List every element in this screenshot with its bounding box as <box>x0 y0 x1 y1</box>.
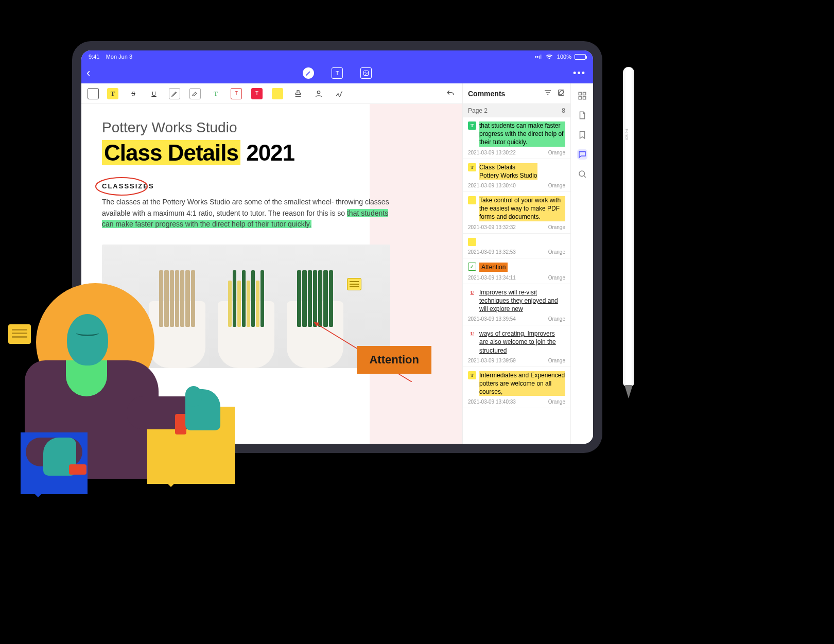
stylus-pencil: Pencil <box>623 67 634 386</box>
filter-icon[interactable] <box>544 89 552 98</box>
comment-item[interactable]: TIntermediates and Experienced potters a… <box>463 367 570 409</box>
compose-icon[interactable] <box>557 89 565 98</box>
comment-item[interactable]: TClass Details Pottery Works Studio2021-… <box>463 159 570 192</box>
svg-rect-7 <box>579 92 581 95</box>
comment-type-icon <box>468 196 476 204</box>
status-date: Mon Jun 3 <box>106 54 132 60</box>
text-tool-icon[interactable]: T <box>210 88 221 99</box>
sticky-note-annotation[interactable] <box>347 278 361 290</box>
comment-timestamp: 2021-03-09 13:40:33 <box>468 399 516 405</box>
bookmark-icon[interactable] <box>577 130 587 140</box>
comment-type-icon: U <box>468 288 476 297</box>
signature-tool-icon[interactable] <box>334 88 345 99</box>
comment-type-icon <box>468 238 476 246</box>
profile-tool-icon[interactable] <box>313 88 324 99</box>
svg-point-11 <box>579 171 585 177</box>
wifi-icon <box>545 51 554 62</box>
attention-callout[interactable]: Attention <box>357 346 431 374</box>
text-mode-icon[interactable]: T <box>332 67 343 79</box>
comment-author: Orange <box>548 150 565 155</box>
comment-type-icon: ✓ <box>468 263 476 271</box>
signal-icon: ••ıl <box>535 54 542 60</box>
comment-item[interactable]: Take control of your work with the easie… <box>463 192 570 234</box>
comment-text: Attention <box>479 263 508 272</box>
comments-rail-icon[interactable] <box>577 149 587 160</box>
comment-author: Orange <box>548 183 565 188</box>
doc-heading-year: 2021 <box>246 140 294 165</box>
undo-button[interactable] <box>445 88 456 99</box>
image-mode-icon[interactable] <box>360 67 372 79</box>
stylus-brand-label: Pencil <box>624 129 629 140</box>
comment-author: Orange <box>548 316 565 322</box>
doc-subtitle: Pottery Works Studio <box>102 119 390 136</box>
textbox-fill-tool-icon[interactable]: T <box>251 88 263 99</box>
svg-point-3 <box>317 91 320 93</box>
comment-timestamp: 2021-03-09 13:34:11 <box>468 275 516 281</box>
pencil-tool-icon[interactable] <box>169 88 180 99</box>
comment-author: Orange <box>548 399 565 405</box>
svg-rect-10 <box>583 97 585 99</box>
doc-heading-highlighted: Class Details <box>102 140 240 165</box>
battery-icon <box>575 54 586 60</box>
comment-item[interactable]: UImprovers will re-visit techniques they… <box>463 284 570 326</box>
comments-page-label: Page 2 <box>468 107 488 114</box>
comment-meta: 2021-03-09 13:40:33Orange <box>468 399 565 405</box>
comments-panel: Comments Page 2 8 <box>462 83 570 444</box>
comment-meta: 2021-03-09 13:32:53Orange <box>468 249 565 255</box>
attention-label: Attention <box>369 353 419 366</box>
comment-text: that students can make faster progress w… <box>479 121 565 147</box>
thumbnails-icon[interactable] <box>577 91 587 101</box>
highlight-tool-icon[interactable]: T <box>107 88 118 99</box>
comment-text: Take control of your work with the easie… <box>479 196 565 221</box>
doc-paragraph: The classes at the Pottery Works Studio … <box>102 197 390 230</box>
para-plain: The classes at the Pottery Works Studio … <box>102 198 389 217</box>
comment-meta: 2021-03-09 13:30:40Orange <box>468 183 565 188</box>
comment-meta: 2021-03-09 13:39:59Orange <box>468 358 565 363</box>
decorative-illustration <box>0 283 221 504</box>
svg-point-2 <box>365 72 366 73</box>
status-bar: 9:41 Mon Jun 3 ••ıl 100% <box>81 50 593 63</box>
comment-timestamp: 2021-03-09 13:32:32 <box>468 224 516 230</box>
comment-timestamp: 2021-03-09 13:39:59 <box>468 358 516 363</box>
app-bar: ‹ T ••• <box>81 63 593 83</box>
comment-timestamp: 2021-03-09 13:39:54 <box>468 316 516 322</box>
comment-timestamp: 2021-03-09 13:32:53 <box>468 249 516 255</box>
page-layout-icon[interactable] <box>88 88 99 99</box>
comment-timestamp: 2021-03-09 13:30:22 <box>468 150 516 155</box>
comment-type-icon: T <box>468 121 476 130</box>
comments-page-row: Page 2 8 <box>463 104 570 117</box>
eraser-tool-icon[interactable] <box>189 88 201 99</box>
back-button[interactable]: ‹ <box>86 66 90 80</box>
doc-heading: Class Details 2021 <box>102 140 390 166</box>
comment-meta: 2021-03-09 13:34:11Orange <box>468 275 565 281</box>
comment-author: Orange <box>548 275 565 281</box>
comment-text: ways of creating. Improvers are also wel… <box>479 329 565 355</box>
comment-item[interactable]: 2021-03-09 13:32:53Orange <box>463 234 570 258</box>
speech-bubble-small-icon <box>8 324 31 344</box>
comments-page-count: 8 <box>562 107 565 114</box>
comments-title: Comments <box>468 90 505 98</box>
comment-item[interactable]: Uways of creating. Improvers are also we… <box>463 325 570 367</box>
side-rail <box>570 83 593 444</box>
svg-point-4 <box>96 178 147 195</box>
status-time: 9:41 <box>89 54 99 60</box>
comment-item[interactable]: ✓Attention2021-03-09 13:34:11Orange <box>463 258 570 284</box>
annotation-toolbar: T S U T T T <box>81 83 462 104</box>
svg-rect-8 <box>583 92 585 95</box>
more-menu-button[interactable]: ••• <box>573 68 586 79</box>
annotate-mode-icon[interactable] <box>303 67 314 79</box>
comments-list[interactable]: Tthat students can make faster progress … <box>463 117 570 444</box>
underline-tool-icon[interactable]: U <box>148 88 160 99</box>
page-icon[interactable] <box>577 110 587 120</box>
comment-text: Improvers will re-visit techniques they … <box>479 288 565 314</box>
status-time-date: 9:41 Mon Jun 3 <box>89 54 132 60</box>
search-icon[interactable] <box>577 169 587 179</box>
section-label-circled: CLASSSIZES <box>102 181 154 190</box>
comment-item[interactable]: Tthat students can make faster progress … <box>463 117 570 159</box>
sticky-note-tool-icon[interactable] <box>272 88 283 99</box>
textbox-outline-tool-icon[interactable]: T <box>231 88 242 99</box>
strikethrough-tool-icon[interactable]: S <box>128 88 139 99</box>
stamp-tool-icon[interactable] <box>292 88 304 99</box>
comment-type-icon: T <box>468 163 476 171</box>
svg-point-0 <box>549 58 550 59</box>
